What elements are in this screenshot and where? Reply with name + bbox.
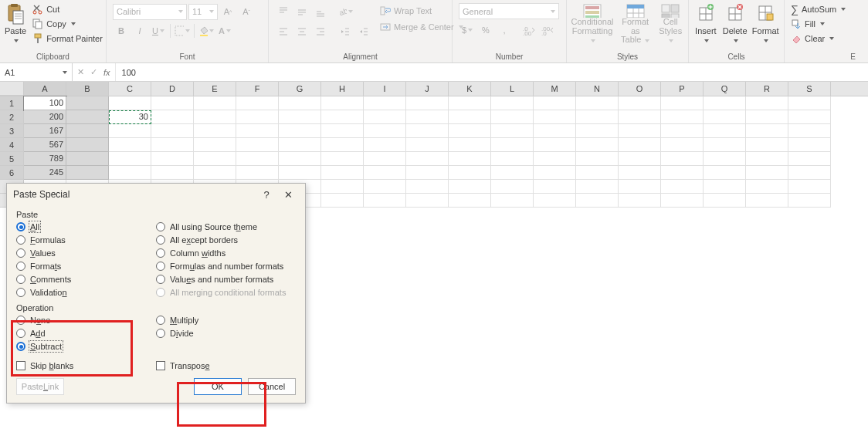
font-size-dropdown[interactable]: 11 (188, 4, 218, 20)
radio-all-except-borders[interactable]: All except borders (156, 235, 296, 245)
column-header[interactable]: O (619, 82, 661, 96)
radio-subtract[interactable]: Subtract (16, 342, 156, 351)
cell[interactable] (788, 194, 831, 208)
align-center-button[interactable] (293, 23, 310, 40)
column-header[interactable]: C (109, 82, 151, 96)
cell[interactable] (576, 180, 619, 194)
cell[interactable] (109, 152, 151, 166)
cell[interactable] (236, 96, 279, 110)
cell[interactable] (279, 152, 321, 166)
row-header[interactable]: 3 (0, 124, 24, 138)
cell[interactable] (746, 194, 788, 208)
cell[interactable] (279, 138, 321, 152)
cell[interactable] (661, 152, 704, 166)
cell[interactable] (619, 152, 661, 166)
column-header[interactable]: R (746, 82, 788, 96)
cell[interactable] (619, 180, 661, 194)
comma-format-button[interactable]: , (496, 22, 513, 39)
cell[interactable] (321, 138, 364, 152)
cell[interactable] (788, 124, 831, 138)
cell[interactable]: 200 (24, 110, 66, 124)
cell[interactable] (66, 124, 109, 138)
cell[interactable] (236, 152, 279, 166)
cell[interactable] (661, 124, 704, 138)
cell[interactable] (534, 180, 576, 194)
cell[interactable] (746, 180, 788, 194)
radio-formulas-and-number-formats[interactable]: Formulas and number formats (156, 262, 296, 271)
cell[interactable] (194, 110, 236, 124)
cell[interactable] (449, 166, 491, 180)
cell[interactable]: 30 (109, 110, 151, 124)
cell[interactable] (788, 138, 831, 152)
cell[interactable] (406, 152, 449, 166)
number-format-dropdown[interactable]: General (459, 3, 559, 19)
italic-button[interactable]: I (131, 22, 148, 39)
cell[interactable] (491, 180, 534, 194)
cell[interactable] (406, 166, 449, 180)
cell[interactable] (406, 180, 449, 194)
namebox-dropdown-icon[interactable] (63, 71, 67, 74)
cell[interactable] (151, 96, 194, 110)
cell[interactable] (746, 124, 788, 138)
radio-validation[interactable]: Validation (16, 288, 156, 297)
increase-indent-button[interactable] (355, 23, 372, 40)
cell[interactable] (279, 110, 321, 124)
column-header[interactable]: H (321, 82, 364, 96)
cell[interactable] (788, 110, 831, 124)
cell[interactable] (788, 180, 831, 194)
cell[interactable] (576, 110, 619, 124)
column-header[interactable]: F (236, 82, 279, 96)
fill-color-button[interactable] (198, 22, 215, 39)
cell[interactable] (788, 96, 831, 110)
cell[interactable] (449, 96, 491, 110)
cell[interactable] (449, 152, 491, 166)
column-header[interactable]: A (24, 82, 66, 96)
clear-button[interactable]: Clear (788, 31, 849, 46)
row-header[interactable]: 6 (0, 166, 24, 180)
cell[interactable] (66, 166, 109, 180)
fill-button[interactable]: Fill (788, 16, 849, 31)
enter-formula-icon[interactable]: ✓ (90, 67, 97, 77)
cell[interactable] (66, 110, 109, 124)
cancel-formula-icon[interactable]: ✕ (77, 67, 84, 77)
cell[interactable] (449, 180, 491, 194)
orientation-button[interactable]: ab (337, 3, 354, 20)
cell[interactable]: 167 (24, 124, 66, 138)
cell[interactable] (661, 194, 704, 208)
skip-blanks-checkbox[interactable]: Skip blanks (16, 361, 156, 370)
cell[interactable] (449, 194, 491, 208)
transpose-checkbox[interactable]: Transpose (156, 361, 296, 370)
column-header[interactable]: G (279, 82, 321, 96)
percent-format-button[interactable]: % (477, 22, 494, 39)
column-header[interactable]: J (406, 82, 449, 96)
cell[interactable] (704, 110, 746, 124)
cell[interactable] (576, 152, 619, 166)
cell[interactable] (619, 166, 661, 180)
increase-decimal-button[interactable]: .0.00 (520, 22, 537, 39)
cell[interactable] (619, 194, 661, 208)
cell[interactable] (704, 138, 746, 152)
radio-formulas[interactable]: Formulas (16, 235, 156, 245)
row-header[interactable]: 4 (0, 138, 24, 152)
decrease-font-button[interactable]: Aˇ (238, 3, 255, 20)
cell[interactable] (661, 166, 704, 180)
cell[interactable] (151, 138, 194, 152)
ok-button[interactable]: OK (194, 378, 242, 395)
cell[interactable] (704, 124, 746, 138)
cell[interactable] (406, 138, 449, 152)
cell[interactable] (661, 138, 704, 152)
cell-styles-button[interactable]: Cell Styles (656, 2, 685, 46)
column-header[interactable]: N (576, 82, 619, 96)
cell[interactable] (619, 138, 661, 152)
column-header[interactable]: L (491, 82, 534, 96)
cell[interactable] (364, 138, 406, 152)
cell[interactable] (151, 124, 194, 138)
cell[interactable]: 567 (24, 138, 66, 152)
insert-cells-button[interactable]: Insert (692, 2, 720, 46)
radio-none[interactable]: None (16, 316, 156, 325)
radio-formats[interactable]: Formats (16, 262, 156, 271)
cell[interactable] (619, 124, 661, 138)
cell[interactable] (321, 124, 364, 138)
cell[interactable] (491, 166, 534, 180)
radio-add[interactable]: Add (16, 329, 156, 338)
